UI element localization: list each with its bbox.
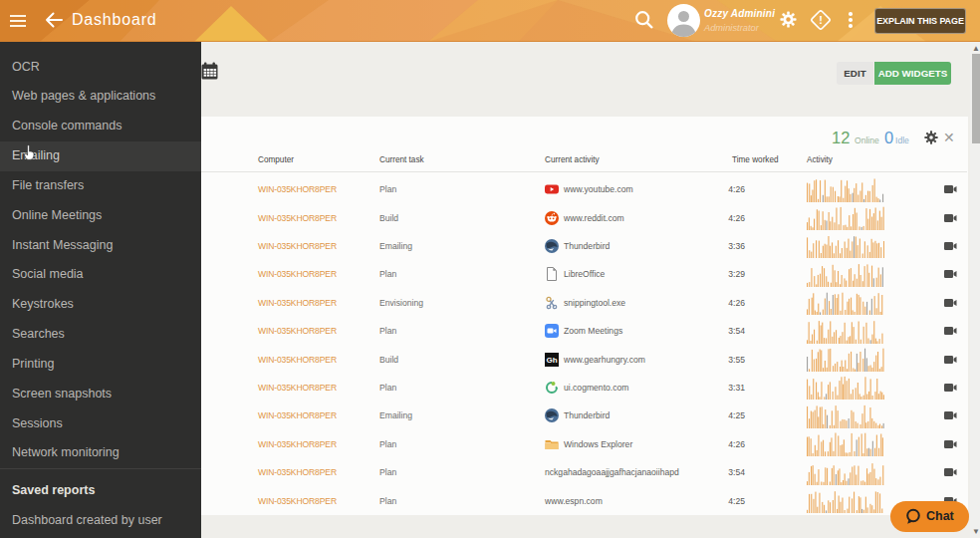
svg-text:Gh: Gh xyxy=(546,356,557,365)
svg-text:!: ! xyxy=(819,14,823,26)
